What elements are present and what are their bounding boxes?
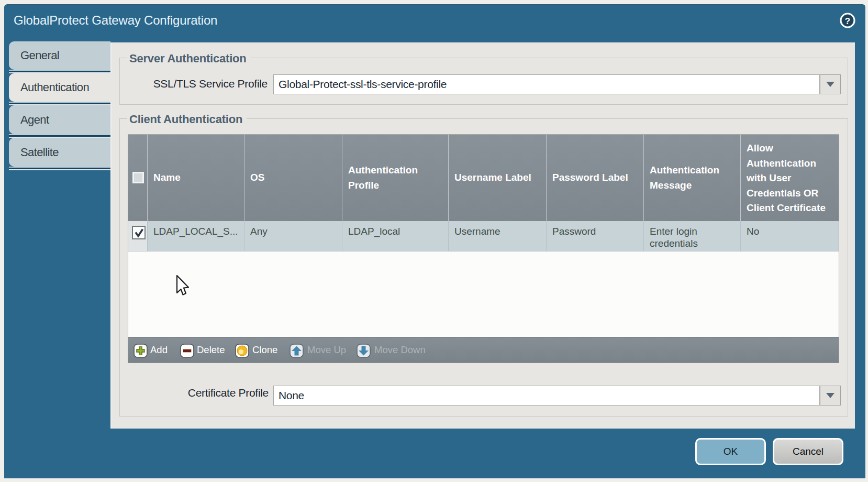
svg-text:?: ? bbox=[845, 16, 850, 26]
